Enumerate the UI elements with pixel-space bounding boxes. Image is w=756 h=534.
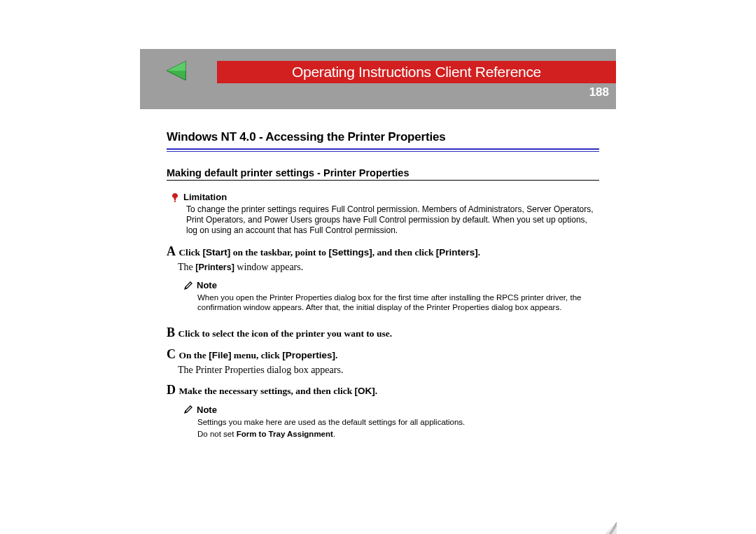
title-rule-thin xyxy=(167,151,599,152)
note-1-label: Note xyxy=(197,280,217,290)
subsection-rule xyxy=(167,180,599,181)
step-d-post: . xyxy=(375,386,377,396)
step-d-ok: [OK] xyxy=(355,386,375,396)
step-d-marker: D xyxy=(167,383,176,397)
title-rule-thick xyxy=(167,148,599,150)
step-c-file: [File] xyxy=(209,350,231,360)
note-block-2: Note Settings you make here are used as … xyxy=(183,405,599,440)
page-curl-icon[interactable] xyxy=(586,522,617,534)
step-a-mid2: , and then click xyxy=(372,247,436,258)
note-2-line2-post: . xyxy=(333,430,335,438)
step-d-pre: Make the necessary settings, and then cl… xyxy=(178,386,354,396)
page-header: Operating Instructions Client Reference … xyxy=(140,49,616,109)
header-title-heavy: Operating Instructions xyxy=(292,64,431,80)
back-arrow-button[interactable] xyxy=(163,59,187,83)
step-a-result-pre: The xyxy=(178,262,195,272)
step-c-result: The Printer Properties dialog box appear… xyxy=(178,365,599,376)
step-a-mid1: on the taskbar, point to xyxy=(230,247,328,258)
step-a-start: [Start] xyxy=(203,247,231,258)
step-c-properties: [Properties] xyxy=(282,350,335,360)
step-c-marker: C xyxy=(167,347,176,361)
limitation-label: Limitation xyxy=(183,192,227,202)
step-c: C On the [File] menu, click [Properties]… xyxy=(167,347,599,362)
document-page: Operating Instructions Client Reference … xyxy=(140,49,616,440)
step-a: A Click [Start] on the taskbar, point to… xyxy=(167,244,599,259)
subsection-title: Making default printer settings - Printe… xyxy=(167,167,599,178)
note-1-heading: Note xyxy=(183,280,599,290)
step-a-post: . xyxy=(478,247,480,258)
svg-point-2 xyxy=(174,200,176,202)
step-b-marker: B xyxy=(167,325,175,339)
step-c-post: . xyxy=(335,350,337,360)
note-2-line2-bold: Form to Tray Assignment xyxy=(237,430,333,438)
page-number: 188 xyxy=(589,85,609,99)
header-title-bar: Operating Instructions Client Reference xyxy=(217,61,616,83)
header-title-light: Client Reference xyxy=(435,64,541,80)
step-a-printers: [Printers] xyxy=(436,247,478,258)
step-b-text: Click to select the icon of the printer … xyxy=(178,328,392,339)
limitation-block: Limitation To change the printer setting… xyxy=(171,192,599,236)
step-c-pre: On the xyxy=(178,350,209,360)
note-2-line1: Settings you make here are used as the d… xyxy=(197,417,599,427)
note-2-line2: Do not set Form to Tray Assignment. xyxy=(197,429,599,439)
limitation-heading: Limitation xyxy=(171,192,599,202)
step-a-result-bold: [Printers] xyxy=(195,262,234,272)
section-title: Windows NT 4.0 - Accessing the Printer P… xyxy=(167,130,599,148)
page-content: Windows NT 4.0 - Accessing the Printer P… xyxy=(140,109,616,440)
pencil-icon xyxy=(183,405,193,414)
step-a-pre: Click xyxy=(178,247,202,258)
step-a-settings: [Settings] xyxy=(328,247,372,258)
limitation-text: To change the printer settings requires … xyxy=(186,204,599,236)
pencil-icon xyxy=(183,281,193,290)
note-1-text: When you open the Printer Properties dia… xyxy=(197,293,599,313)
step-d: D Make the necessary settings, and then … xyxy=(167,383,599,398)
step-a-marker: A xyxy=(167,244,176,258)
note-block-1: Note When you open the Printer Propertie… xyxy=(183,280,599,313)
note-2-heading: Note xyxy=(183,405,599,415)
note-2-label: Note xyxy=(197,405,217,415)
step-a-result: The [Printers] window appears. xyxy=(178,262,599,273)
limitation-icon xyxy=(171,192,179,202)
note-2-line2-pre: Do not set xyxy=(197,430,237,438)
step-b: B Click to select the icon of the printe… xyxy=(167,325,599,340)
step-a-result-post: window appears. xyxy=(234,262,303,272)
step-c-mid: menu, click xyxy=(231,350,282,360)
